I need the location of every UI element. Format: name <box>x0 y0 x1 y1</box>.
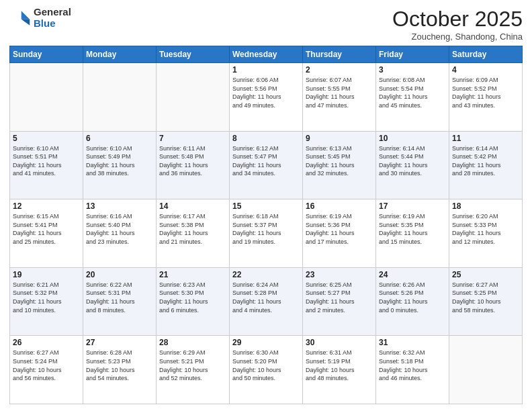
day-info: Sunrise: 6:29 AM Sunset: 5:21 PM Dayligh… <box>159 349 226 382</box>
weekday-header: Friday <box>376 46 449 63</box>
day-info: Sunrise: 6:27 AM Sunset: 5:24 PM Dayligh… <box>13 349 80 382</box>
calendar-cell: 11Sunrise: 6:14 AM Sunset: 5:42 PM Dayli… <box>449 131 523 199</box>
day-number: 24 <box>379 270 446 279</box>
logo-general: General <box>34 7 71 18</box>
weekday-header: Thursday <box>303 46 376 63</box>
calendar-cell: 17Sunrise: 6:19 AM Sunset: 5:35 PM Dayli… <box>376 199 449 268</box>
day-info: Sunrise: 6:20 AM Sunset: 5:33 PM Dayligh… <box>452 212 519 246</box>
day-number: 3 <box>379 65 446 75</box>
location: Zoucheng, Shandong, China <box>392 32 523 42</box>
day-number: 18 <box>452 201 519 211</box>
day-number: 7 <box>159 134 226 143</box>
day-info: Sunrise: 6:19 AM Sunset: 5:35 PM Dayligh… <box>379 212 446 246</box>
calendar-cell: 4Sunrise: 6:09 AM Sunset: 5:52 PM Daylig… <box>449 63 523 132</box>
day-info: Sunrise: 6:14 AM Sunset: 5:42 PM Dayligh… <box>452 144 519 178</box>
day-info: Sunrise: 6:06 AM Sunset: 5:56 PM Dayligh… <box>232 76 300 109</box>
page: General Blue October 2025 Zoucheng, Shan… <box>0 0 532 411</box>
day-info: Sunrise: 6:18 AM Sunset: 5:37 PM Dayligh… <box>232 212 300 246</box>
calendar-cell <box>10 63 83 132</box>
day-number: 16 <box>306 201 373 211</box>
calendar-cell <box>449 336 523 404</box>
day-info: Sunrise: 6:27 AM Sunset: 5:25 PM Dayligh… <box>452 281 519 314</box>
week-row: 19Sunrise: 6:21 AM Sunset: 5:32 PM Dayli… <box>10 267 523 336</box>
calendar-cell: 12Sunrise: 6:15 AM Sunset: 5:41 PM Dayli… <box>10 199 83 268</box>
day-number: 21 <box>159 270 226 279</box>
day-number: 6 <box>86 134 153 143</box>
header: General Blue October 2025 Zoucheng, Shan… <box>9 7 523 42</box>
day-number: 11 <box>452 134 519 143</box>
day-info: Sunrise: 6:08 AM Sunset: 5:54 PM Dayligh… <box>379 76 446 109</box>
day-number: 22 <box>232 270 300 279</box>
day-number: 29 <box>232 338 300 347</box>
calendar-cell: 24Sunrise: 6:26 AM Sunset: 5:26 PM Dayli… <box>376 267 449 336</box>
calendar-cell: 6Sunrise: 6:10 AM Sunset: 5:49 PM Daylig… <box>83 131 157 199</box>
day-number: 19 <box>13 270 80 279</box>
calendar-cell: 3Sunrise: 6:08 AM Sunset: 5:54 PM Daylig… <box>376 63 449 132</box>
day-info: Sunrise: 6:09 AM Sunset: 5:52 PM Dayligh… <box>452 76 519 109</box>
calendar-cell: 1Sunrise: 6:06 AM Sunset: 5:56 PM Daylig… <box>230 63 303 132</box>
calendar-cell: 18Sunrise: 6:20 AM Sunset: 5:33 PM Dayli… <box>449 199 523 268</box>
day-info: Sunrise: 6:30 AM Sunset: 5:20 PM Dayligh… <box>232 349 300 382</box>
calendar-cell: 9Sunrise: 6:13 AM Sunset: 5:45 PM Daylig… <box>303 131 376 199</box>
day-number: 12 <box>13 201 80 211</box>
day-info: Sunrise: 6:10 AM Sunset: 5:51 PM Dayligh… <box>13 144 80 178</box>
logo-blue: Blue <box>34 18 71 30</box>
calendar-cell: 31Sunrise: 6:32 AM Sunset: 5:18 PM Dayli… <box>376 336 449 404</box>
day-number: 20 <box>86 270 153 279</box>
calendar-cell: 13Sunrise: 6:16 AM Sunset: 5:40 PM Dayli… <box>83 199 157 268</box>
day-info: Sunrise: 6:15 AM Sunset: 5:41 PM Dayligh… <box>13 212 80 246</box>
calendar-cell: 16Sunrise: 6:19 AM Sunset: 5:36 PM Dayli… <box>303 199 376 268</box>
day-number: 31 <box>379 338 446 347</box>
day-number: 9 <box>306 134 373 143</box>
svg-marker-1 <box>21 19 30 25</box>
calendar-cell: 19Sunrise: 6:21 AM Sunset: 5:32 PM Dayli… <box>10 267 83 336</box>
weekday-header: Saturday <box>449 46 523 63</box>
svg-marker-0 <box>21 11 30 19</box>
day-info: Sunrise: 6:07 AM Sunset: 5:55 PM Dayligh… <box>306 76 373 109</box>
day-number: 17 <box>379 201 446 211</box>
day-info: Sunrise: 6:14 AM Sunset: 5:44 PM Dayligh… <box>379 144 446 178</box>
calendar-cell: 15Sunrise: 6:18 AM Sunset: 5:37 PM Dayli… <box>230 199 303 268</box>
calendar-cell: 27Sunrise: 6:28 AM Sunset: 5:23 PM Dayli… <box>83 336 157 404</box>
day-info: Sunrise: 6:16 AM Sunset: 5:40 PM Dayligh… <box>86 212 153 246</box>
calendar-cell: 20Sunrise: 6:22 AM Sunset: 5:31 PM Dayli… <box>83 267 157 336</box>
day-info: Sunrise: 6:11 AM Sunset: 5:48 PM Dayligh… <box>159 144 226 178</box>
calendar-cell: 28Sunrise: 6:29 AM Sunset: 5:21 PM Dayli… <box>157 336 230 404</box>
calendar-cell <box>157 63 230 132</box>
calendar-cell: 29Sunrise: 6:30 AM Sunset: 5:20 PM Dayli… <box>230 336 303 404</box>
day-info: Sunrise: 6:23 AM Sunset: 5:30 PM Dayligh… <box>159 281 226 314</box>
day-number: 30 <box>306 338 373 347</box>
week-row: 12Sunrise: 6:15 AM Sunset: 5:41 PM Dayli… <box>10 199 523 268</box>
week-row: 1Sunrise: 6:06 AM Sunset: 5:56 PM Daylig… <box>10 63 523 132</box>
month-title: October 2025 <box>392 7 523 32</box>
calendar-cell: 21Sunrise: 6:23 AM Sunset: 5:30 PM Dayli… <box>157 267 230 336</box>
calendar-cell: 14Sunrise: 6:17 AM Sunset: 5:38 PM Dayli… <box>157 199 230 268</box>
day-number: 27 <box>86 338 153 347</box>
weekday-header: Monday <box>83 46 157 63</box>
calendar-cell: 30Sunrise: 6:31 AM Sunset: 5:19 PM Dayli… <box>303 336 376 404</box>
calendar-cell: 26Sunrise: 6:27 AM Sunset: 5:24 PM Dayli… <box>10 336 83 404</box>
day-info: Sunrise: 6:31 AM Sunset: 5:19 PM Dayligh… <box>306 349 373 382</box>
day-info: Sunrise: 6:25 AM Sunset: 5:27 PM Dayligh… <box>306 281 373 314</box>
calendar-cell <box>83 63 157 132</box>
logo: General Blue <box>9 7 71 29</box>
calendar-cell: 2Sunrise: 6:07 AM Sunset: 5:55 PM Daylig… <box>303 63 376 132</box>
day-info: Sunrise: 6:19 AM Sunset: 5:36 PM Dayligh… <box>306 212 373 246</box>
weekday-header-row: SundayMondayTuesdayWednesdayThursdayFrid… <box>10 46 523 63</box>
calendar-cell: 22Sunrise: 6:24 AM Sunset: 5:28 PM Dayli… <box>230 267 303 336</box>
weekday-header: Tuesday <box>157 46 230 63</box>
day-info: Sunrise: 6:32 AM Sunset: 5:18 PM Dayligh… <box>379 349 446 382</box>
day-number: 2 <box>306 65 373 75</box>
day-info: Sunrise: 6:28 AM Sunset: 5:23 PM Dayligh… <box>86 349 153 382</box>
title-block: October 2025 Zoucheng, Shandong, China <box>392 7 523 42</box>
day-info: Sunrise: 6:22 AM Sunset: 5:31 PM Dayligh… <box>86 281 153 314</box>
day-number: 13 <box>86 201 153 211</box>
day-info: Sunrise: 6:24 AM Sunset: 5:28 PM Dayligh… <box>232 281 300 314</box>
day-number: 4 <box>452 65 519 75</box>
calendar-cell: 8Sunrise: 6:12 AM Sunset: 5:47 PM Daylig… <box>230 131 303 199</box>
day-info: Sunrise: 6:12 AM Sunset: 5:47 PM Dayligh… <box>232 144 300 178</box>
day-number: 15 <box>232 201 300 211</box>
calendar-cell: 23Sunrise: 6:25 AM Sunset: 5:27 PM Dayli… <box>303 267 376 336</box>
day-number: 14 <box>159 201 226 211</box>
calendar: SundayMondayTuesdayWednesdayThursdayFrid… <box>9 46 523 404</box>
